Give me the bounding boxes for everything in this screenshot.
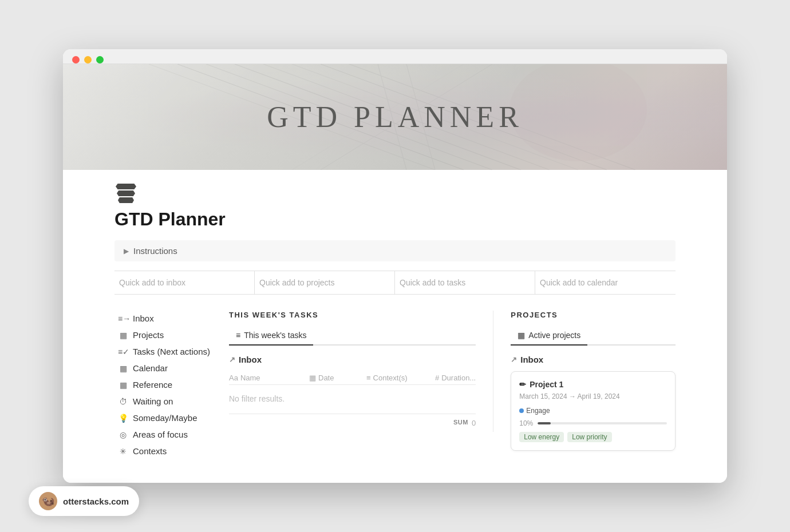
col-contexts-icon: ≡ [366,374,371,382]
someday-icon: 💡 [118,414,128,423]
hero-title: GTD PLANNER [267,100,523,134]
sidebar-item-label-areas: Areas of focus [133,430,188,439]
no-filter-results: No filter results. [229,388,476,409]
page-icon-area [114,184,676,204]
stack-layer-1 [116,184,136,189]
brand-name: otterstacks.com [63,497,129,506]
reference-icon: ▦ [118,380,128,390]
tab-icon-tasks: ≡ [236,331,240,340]
sidebar-item-projects[interactable]: ▦ Projects [114,327,218,343]
main-grid: ≡→ Inbox ▦ Projects ≡✓ Tasks (Next actio… [114,311,676,460]
project-card-1: ✏ Project 1 March 15, 2024 → April 19, 2… [511,371,676,451]
projects-inbox-arrow: ↗ [511,355,517,364]
instructions-block[interactable]: ▶ Instructions [114,240,676,261]
tasks-section: THIS WEEK'S TASKS ≡ This week's tasks ↗ … [229,311,493,432]
calendar-icon: ▦ [118,364,128,373]
tab-icon-projects: ▦ [518,331,525,340]
col-date-icon: ▦ [309,374,316,382]
sidebar-item-contexts[interactable]: ✳ Contexts [114,443,218,459]
tab-this-weeks-tasks[interactable]: ≡ This week's tasks [229,327,313,346]
sidebar-item-inbox[interactable]: ≡→ Inbox [114,311,218,326]
tab-active-projects[interactable]: ▦ Active projects [511,327,587,346]
progress-bar [538,422,667,424]
sidebar-item-reference[interactable]: ▦ Reference [114,377,218,392]
tag-dot [519,408,524,413]
quick-add-row: Quick add to inbox Quick add to projects… [114,271,676,295]
sidebar-item-someday[interactable]: 💡 Someday/Maybe [114,410,218,426]
traffic-light-green[interactable] [96,56,104,63]
badge-low-priority: Low priority [567,432,611,442]
sidebar-item-calendar[interactable]: ▦ Calendar [114,360,218,376]
sidebar-item-tasks[interactable]: ≡✓ Tasks (Next actions) [114,344,218,359]
sidebar-item-label-tasks: Tasks (Next actions) [133,347,210,356]
brand-avatar: 🦦 [39,492,57,510]
waiting-icon: ⏱ [118,397,128,406]
stack-layer-3 [118,197,134,203]
stack-icon [114,184,137,204]
sum-row: SUM 0 [229,414,476,432]
sidebar-item-label-projects: Projects [133,330,164,340]
tasks-group-inbox: ↗ Inbox [229,355,476,364]
projects-section-title: PROJECTS [511,311,676,319]
quick-add-inbox[interactable]: Quick add to inbox [114,271,255,294]
sidebar-item-label-waiting: Waiting on [133,396,173,406]
projects-section: PROJECTS ▦ Active projects ↗ Inbox [493,311,676,456]
tasks-tab-bar: ≡ This week's tasks [229,327,476,346]
project-edit-icon: ✏ [519,380,526,389]
inbox-icon: ≡→ [118,314,128,323]
instructions-arrow: ▶ [124,247,129,255]
svg-point-12 [509,64,647,161]
footer-brand: 🦦 otterstacks.com [29,486,139,516]
projects-group-inbox: ↗ Inbox [511,355,676,364]
badge-low-energy: Low energy [519,432,564,442]
contexts-icon: ✳ [118,447,128,456]
sidebar-item-waiting[interactable]: ⏱ Waiting on [114,394,218,409]
project-progress-row: 10% [519,419,667,427]
sidebar-item-areas[interactable]: ◎ Areas of focus [114,427,218,442]
tasks-table-header: Aa Name ▦ Date ≡ Context(s) # [229,371,476,385]
browser-window: GTD PLANNER GTD Planner ▶ Instructions [63,49,727,483]
col-contexts: ≡ Context(s) [366,374,435,382]
areas-icon: ◎ [118,430,128,439]
progress-fill [538,422,551,424]
quick-add-calendar[interactable]: Quick add to calendar [535,271,676,294]
tasks-section-title: THIS WEEK'S TASKS [229,311,476,319]
sidebar-item-label-someday: Someday/Maybe [133,413,198,423]
projects-icon: ▦ [118,331,128,340]
col-name: Aa Name [229,374,309,382]
sidebar-item-label-calendar: Calendar [133,363,168,373]
badge-row: Low energy Low priority [519,432,667,442]
project-tag-1: Engage [519,407,550,415]
quick-add-projects[interactable]: Quick add to projects [255,271,395,294]
projects-inbox-label: Inbox [520,355,543,364]
traffic-light-red[interactable] [72,56,80,63]
progress-label: 10% [519,419,533,427]
inbox-group-arrow: ↗ [229,355,235,364]
sum-value: 0 [472,419,476,427]
project-card-title-1: ✏ Project 1 [519,380,667,389]
sum-label: SUM [453,419,468,427]
sidebar-nav: ≡→ Inbox ▦ Projects ≡✓ Tasks (Next actio… [114,311,229,460]
col-date: ▦ Date [309,374,366,382]
sidebar-item-label-inbox: Inbox [133,313,154,323]
sidebar-item-label-reference: Reference [133,380,172,390]
sidebar-item-label-contexts: Contexts [133,446,167,456]
inbox-group-label: Inbox [239,355,262,364]
browser-chrome [63,49,727,64]
project-dates-1: March 15, 2024 → April 19, 2024 [519,392,667,400]
col-duration-icon: # [435,374,439,382]
projects-tab-bar: ▦ Active projects [511,327,676,346]
tasks-icon: ≡✓ [118,347,128,356]
page-content: GTD PLANNER GTD Planner ▶ Instructions [63,64,727,483]
instructions-label: Instructions [133,246,177,256]
stack-layer-2 [117,190,135,196]
hero-banner: GTD PLANNER [63,64,727,170]
page-title: GTD Planner [114,209,676,230]
col-duration: # Duration... [435,374,476,382]
col-name-icon: Aa [229,374,238,382]
traffic-light-yellow[interactable] [84,56,92,63]
page-body: GTD Planner ▶ Instructions Quick add to … [63,184,727,483]
quick-add-tasks[interactable]: Quick add to tasks [395,271,535,294]
